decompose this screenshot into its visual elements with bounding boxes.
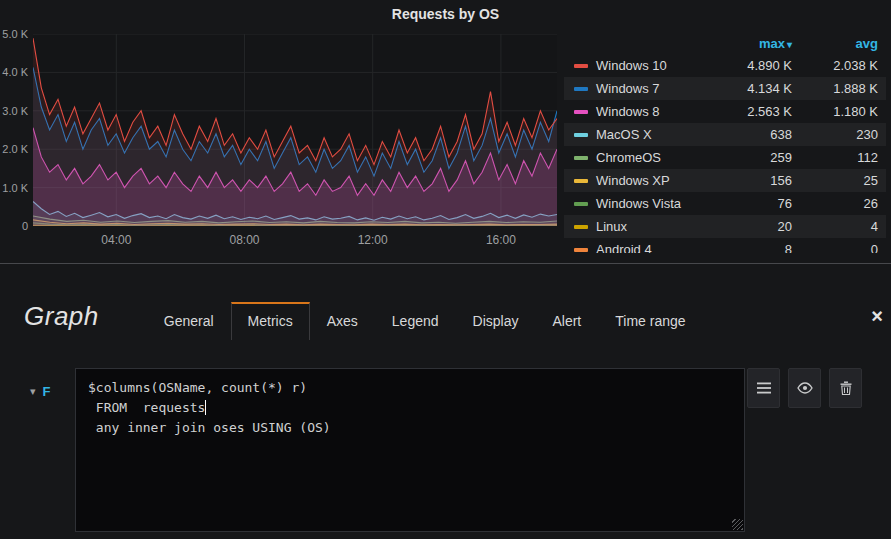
query-text: $columns(OSName, count(*) r) FROM reques…: [76, 369, 744, 447]
legend-max-value: 8: [696, 242, 792, 253]
y-tick-label: 5.0 K: [0, 27, 28, 41]
textarea-resize-handle[interactable]: [732, 519, 743, 530]
legend-series-name: Android 4: [596, 242, 652, 253]
legend-row[interactable]: MacOS X 638 230: [564, 123, 886, 146]
query-delete-button[interactable]: [829, 368, 862, 408]
legend-row[interactable]: Windows Vista 76 26: [564, 192, 886, 215]
trash-icon: [840, 381, 852, 395]
legend-avg-value: 0: [792, 242, 878, 253]
tab-time-range[interactable]: Time range: [598, 302, 702, 340]
tab-general[interactable]: General: [147, 302, 231, 340]
legend-series-name: Windows Vista: [596, 196, 681, 211]
menu-icon: [757, 382, 771, 394]
legend-max-value: 76: [696, 196, 792, 211]
legend-col-max-label: max: [759, 36, 785, 51]
tab-display[interactable]: Display: [456, 302, 536, 340]
legend-max-value: 4.134 K: [696, 81, 792, 96]
legend-row[interactable]: Windows 7 4.134 K 1.888 K: [564, 77, 886, 100]
legend-avg-value: 2.038 K: [792, 58, 878, 73]
legend-swatch[interactable]: [574, 156, 588, 160]
legend-header: max▾ avg: [564, 32, 886, 54]
query-textarea[interactable]: $columns(OSName, count(*) r) FROM reques…: [75, 368, 745, 532]
legend-series-name: MacOS X: [596, 127, 652, 142]
close-editor-icon[interactable]: ×: [871, 306, 883, 326]
chart-area: 01.0 K2.0 K3.0 K4.0 K5.0 K 04:0008:0012:…: [0, 34, 560, 254]
graph-panel: Requests by OS 01.0 K2.0 K3.0 K4.0 K5.0 …: [0, 0, 891, 262]
legend-series-name: Windows 7: [596, 81, 660, 96]
legend-row[interactable]: Windows 8 2.563 K 1.180 K: [564, 100, 886, 123]
y-tick-label: 4.0 K: [0, 65, 28, 79]
legend-swatch[interactable]: [574, 202, 588, 206]
legend-max-value: 20: [696, 219, 792, 234]
legend-swatch[interactable]: [574, 64, 588, 68]
y-axis: 01.0 K2.0 K3.0 K4.0 K5.0 K: [0, 34, 28, 226]
legend-swatch[interactable]: [574, 225, 588, 229]
legend-series-name: Windows XP: [596, 173, 670, 188]
legend-row[interactable]: Android 4 8 0: [564, 238, 886, 253]
x-tick-label: 04:00: [92, 233, 140, 247]
legend-row[interactable]: ChromeOS 259 112: [564, 146, 886, 169]
query-eye-button[interactable]: [788, 368, 821, 408]
y-tick-label: 0: [0, 219, 28, 233]
text-cursor: [205, 400, 206, 415]
query-menu-button[interactable]: [747, 368, 780, 408]
legend-row[interactable]: Windows XP 156 25: [564, 169, 886, 192]
legend-max-value: 259: [696, 150, 792, 165]
legend-series-name: Windows 8: [596, 104, 660, 119]
legend-avg-value: 230: [792, 127, 878, 142]
legend-series-name: ChromeOS: [596, 150, 661, 165]
query-collapse-toggle[interactable]: ▾ F: [30, 384, 50, 399]
legend-swatch[interactable]: [574, 248, 588, 252]
chart-svg[interactable]: [33, 34, 557, 226]
y-tick-label: 1.0 K: [0, 181, 28, 195]
legend-swatch[interactable]: [574, 110, 588, 114]
x-tick-label: 08:00: [221, 233, 269, 247]
legend-avg-value: 1.888 K: [792, 81, 878, 96]
legend-avg-value: 26: [792, 196, 878, 211]
editor-tabs: General Metrics Axes Legend Display Aler…: [147, 302, 703, 340]
legend: max▾ avg Windows 10 4.890 K 2.038 K Wind…: [564, 32, 886, 253]
x-tick-label: 16:00: [477, 233, 525, 247]
legend-row[interactable]: Linux 20 4: [564, 215, 886, 238]
legend-series-name: Windows 10: [596, 58, 667, 73]
legend-series-name: Linux: [596, 219, 627, 234]
legend-swatch[interactable]: [574, 133, 588, 137]
editor-panel-type: Graph: [24, 292, 99, 340]
legend-max-value: 638: [696, 127, 792, 142]
legend-avg-value: 4: [792, 219, 878, 234]
legend-max-value: 4.890 K: [696, 58, 792, 73]
legend-avg-value: 112: [792, 150, 878, 165]
legend-max-value: 156: [696, 173, 792, 188]
x-tick-label: 12:00: [349, 233, 397, 247]
panel-editor: Graph General Metrics Axes Legend Displa…: [0, 264, 891, 539]
legend-avg-value: 1.180 K: [792, 104, 878, 119]
tab-axes[interactable]: Axes: [310, 302, 375, 340]
legend-avg-value: 25: [792, 173, 878, 188]
tab-alert[interactable]: Alert: [535, 302, 598, 340]
legend-row[interactable]: Windows 10 4.890 K 2.038 K: [564, 54, 886, 77]
legend-swatch[interactable]: [574, 87, 588, 91]
editor-header: Graph General Metrics Axes Legend Displa…: [24, 292, 867, 340]
y-tick-label: 2.0 K: [0, 142, 28, 156]
tab-legend[interactable]: Legend: [375, 302, 456, 340]
caret-down-icon: ▾: [30, 385, 36, 398]
query-ref-letter: F: [43, 384, 51, 399]
y-tick-label: 3.0 K: [0, 104, 28, 118]
legend-sort-avg[interactable]: avg: [792, 36, 878, 51]
tab-metrics[interactable]: Metrics: [231, 302, 310, 340]
legend-max-value: 2.563 K: [696, 104, 792, 119]
query-buttons: [747, 368, 862, 408]
legend-sort-max[interactable]: max▾: [696, 36, 792, 51]
eye-icon: [797, 382, 813, 394]
legend-swatch[interactable]: [574, 179, 588, 183]
x-axis: 04:0008:0012:0016:00: [33, 231, 557, 249]
panel-title[interactable]: Requests by OS: [0, 6, 891, 22]
